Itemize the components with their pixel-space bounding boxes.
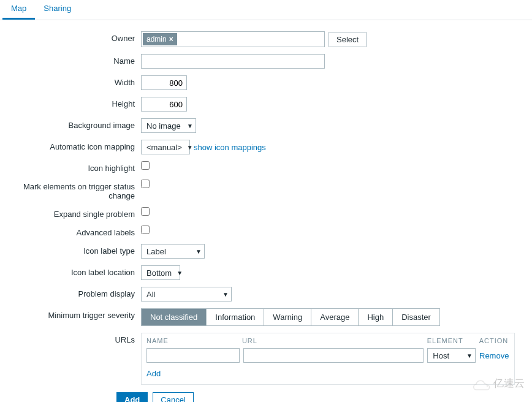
label-iconloc: Icon label location — [6, 265, 141, 277]
label-minsev: Minimum trigger severity — [6, 308, 141, 320]
probdisp-select-value: All — [146, 290, 155, 299]
name-input[interactable] — [141, 54, 325, 69]
caret-icon: ▼ — [177, 270, 183, 276]
url-url-input[interactable] — [243, 348, 424, 363]
add-button[interactable]: Add — [116, 392, 148, 402]
tab-sharing[interactable]: Sharing — [35, 0, 80, 20]
label-height: Height — [6, 97, 141, 108]
caret-icon: ▼ — [222, 291, 229, 298]
urls-col-elem-header: ELEMENT — [427, 337, 476, 344]
severity-disaster[interactable]: Disaster — [393, 309, 439, 325]
label-highlight: Icon highlight — [6, 161, 141, 173]
advlabels-checkbox[interactable] — [141, 226, 150, 234]
tab-map[interactable]: Map — [2, 0, 35, 20]
urls-col-url-header: URL — [242, 337, 424, 344]
urls-col-name-header: NAME — [146, 337, 238, 344]
icontype-select[interactable]: Label ▼ — [141, 244, 205, 259]
select-button[interactable]: Select — [329, 32, 367, 47]
caret-icon: ▼ — [196, 248, 202, 255]
watermark-text: 亿速云 — [493, 376, 525, 390]
urls-row: Host ▼ Remove — [146, 348, 509, 363]
url-name-input[interactable] — [146, 348, 240, 363]
automap-select[interactable]: <manual> ▼ — [141, 140, 190, 154]
severity-high[interactable]: High — [359, 309, 393, 325]
cloud-icon — [473, 377, 491, 390]
probdisp-select[interactable]: All ▼ — [141, 287, 232, 302]
icontype-select-value: Label — [146, 247, 166, 256]
label-name: Name — [6, 54, 141, 66]
iconloc-select[interactable]: Bottom ▼ — [141, 265, 180, 280]
show-icon-mappings-link[interactable]: show icon mappings — [194, 143, 266, 152]
urls-box: NAME URL ELEMENT ACTION Host ▼ Remove Ad… — [141, 333, 515, 385]
label-icontype: Icon label type — [6, 244, 141, 256]
label-width: Width — [6, 75, 141, 87]
markelems-checkbox[interactable] — [141, 180, 150, 188]
severity-average[interactable]: Average — [311, 309, 359, 325]
url-element-value: Host — [433, 351, 449, 360]
watermark: 亿速云 — [473, 376, 525, 390]
urls-col-act-header: ACTION — [479, 337, 509, 344]
owner-tag-remove-icon[interactable]: × — [169, 35, 173, 44]
owner-tag: admin × — [143, 33, 177, 45]
label-urls: URLs — [6, 333, 141, 344]
expand-checkbox[interactable] — [141, 207, 150, 216]
url-remove-link[interactable]: Remove — [479, 351, 509, 360]
severity-warning[interactable]: Warning — [264, 309, 311, 325]
label-advlabels: Advanced labels — [6, 226, 141, 237]
caret-icon: ▼ — [466, 352, 473, 359]
label-bg: Background image — [6, 118, 141, 130]
label-automap: Automatic icon mapping — [6, 140, 141, 151]
automap-select-value: <manual> — [146, 143, 182, 152]
footer-buttons: Add Cancel — [116, 392, 526, 402]
map-form: Owner admin × Select Name Width Height — [0, 20, 532, 402]
caret-icon: ▼ — [187, 123, 193, 129]
url-add-link[interactable]: Add — [146, 369, 161, 378]
label-probdisp: Problem display — [6, 287, 141, 298]
height-input[interactable] — [141, 97, 187, 112]
bg-select-value: No image — [146, 121, 181, 131]
url-element-select[interactable]: Host ▼ — [427, 348, 476, 363]
cancel-button[interactable]: Cancel — [153, 392, 193, 402]
tabs: Map Sharing — [0, 0, 532, 20]
width-input[interactable] — [141, 75, 187, 90]
bg-select[interactable]: No image ▼ — [141, 118, 196, 133]
label-expand: Expand single problem — [6, 207, 141, 219]
label-owner: Owner — [6, 31, 141, 43]
highlight-checkbox[interactable] — [141, 161, 150, 170]
caret-icon: ▼ — [187, 144, 193, 151]
iconloc-select-value: Bottom — [146, 268, 172, 278]
owner-input[interactable]: admin × — [141, 31, 325, 47]
severity-not-classified[interactable]: Not classified — [142, 309, 207, 325]
severity-group: Not classified Information Warning Avera… — [141, 308, 440, 326]
owner-tag-text: admin — [146, 35, 167, 44]
label-markelems: Mark elements on trigger status change — [6, 180, 141, 200]
severity-information[interactable]: Information — [207, 309, 264, 325]
